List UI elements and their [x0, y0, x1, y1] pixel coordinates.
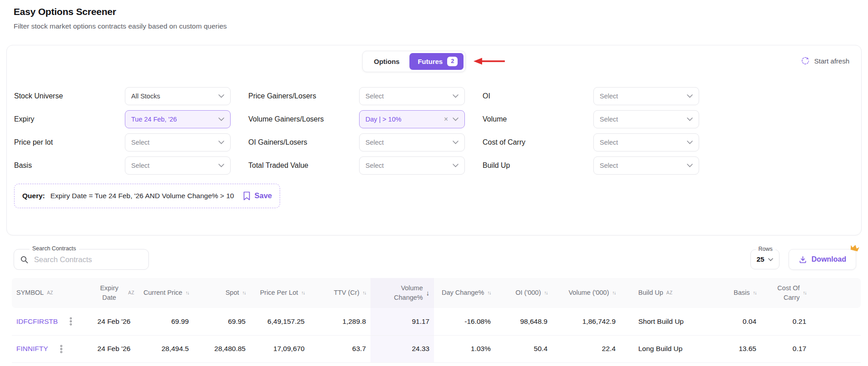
table-row: FINNIFTY 24 Feb '26 28,494.5 28,480.85 1…: [12, 335, 861, 362]
filter-volume: Volume Select: [483, 110, 699, 128]
oi-cell: 50.4: [495, 335, 552, 362]
bookmark-icon: [243, 191, 251, 200]
col-build-up: Build UpAZ: [620, 278, 693, 308]
chevron-down-icon: [453, 117, 459, 121]
sort-icon[interactable]: ↑↓: [363, 289, 366, 296]
col-price-per-lot: Price Per Lot↑↓: [250, 278, 309, 308]
sort-icon[interactable]: ↑↓: [803, 289, 807, 296]
save-label: Save: [254, 191, 272, 200]
sort-icon[interactable]: ↑↓: [544, 289, 548, 296]
chevron-down-icon: [453, 164, 459, 167]
sort-icon[interactable]: ↑↓: [242, 289, 246, 296]
cost-of-carry-select[interactable]: Select: [593, 133, 699, 151]
basis-select[interactable]: Select: [125, 156, 231, 175]
chevron-down-icon: [687, 164, 693, 167]
download-button[interactable]: Download: [789, 249, 856, 270]
col-spot: Spot↑↓: [193, 278, 250, 308]
filter-label: Build Up: [483, 161, 510, 170]
filter-basis: Basis Select: [14, 156, 231, 175]
filter-label: Price per lot: [14, 138, 53, 146]
chevron-down-icon: [687, 141, 693, 144]
chevron-down-icon: [687, 94, 693, 98]
price-per-lot-select[interactable]: Select: [125, 133, 231, 151]
sort-icon[interactable]: ↑↓: [301, 289, 305, 296]
symbol-cell: IDFCFIRSTB: [12, 308, 89, 335]
clear-filter-icon[interactable]: ×: [444, 116, 448, 123]
query-summary: Query: Expiry Date = Tue 24 Feb, '26 AND…: [14, 184, 280, 208]
save-query-button[interactable]: Save: [243, 191, 272, 200]
contracts-table: SYMBOLAZ Expiry DateAZ Current Price↑↓ S…: [12, 278, 861, 363]
col-expiry-date: Expiry DateAZ: [89, 278, 139, 308]
filter-label: Price Gainers/Losers: [248, 92, 316, 100]
filter-price-gainers-losers: Price Gainers/Losers Select: [248, 87, 465, 105]
rows-per-page-select[interactable]: Rows 25: [750, 249, 779, 269]
volume-gainers-losers-select[interactable]: Day | > 10% ×: [359, 110, 465, 128]
tabs-row: Options Futures 2 Start afresh: [7, 45, 861, 72]
volume-cell: 22.4: [552, 335, 620, 362]
start-afresh-button[interactable]: Start afresh: [801, 56, 849, 65]
query-text: Expiry Date = Tue 24 Feb, '26 AND Volume…: [50, 192, 234, 200]
chevron-down-icon: [768, 258, 773, 261]
rows-label: Rows: [756, 246, 775, 252]
sort-alpha-icon[interactable]: AZ: [128, 290, 134, 297]
filter-label: Expiry: [14, 115, 34, 123]
sort-icon[interactable]: ↑↓: [488, 289, 491, 296]
filter-stock-universe: Stock Universe All Stocks: [14, 87, 231, 105]
build-up-select[interactable]: Select: [593, 156, 699, 175]
sort-alpha-icon[interactable]: AZ: [47, 290, 53, 297]
expiry-select[interactable]: Tue 24 Feb, '26: [125, 110, 231, 128]
volume-cell: 1,86,742.9: [552, 308, 620, 335]
filter-total-traded-value: Total Traded Value Select: [248, 156, 465, 175]
volume-select[interactable]: Select: [593, 110, 699, 128]
sort-alpha-icon[interactable]: AZ: [666, 290, 673, 297]
sort-icon[interactable]: ↑↓: [753, 289, 757, 296]
stock-universe-select[interactable]: All Stocks: [125, 87, 231, 105]
sort-icon[interactable]: ↑↓: [612, 289, 616, 296]
col-day-change: Day Change%↑↓: [434, 278, 495, 308]
row-menu-icon[interactable]: [60, 345, 63, 353]
filter-cost-of-carry: Cost of Carry Select: [483, 133, 699, 151]
tab-futures[interactable]: Futures 2: [409, 53, 464, 70]
expiry-cell: 24 Feb '26: [89, 308, 139, 335]
arrow-left-icon: [473, 57, 506, 65]
premium-crown-icon: [848, 242, 861, 255]
spot-cell: 69.95: [193, 308, 250, 335]
col-volume: Volume ('000)↑↓: [552, 278, 620, 308]
filter-label: Volume: [483, 115, 507, 123]
row-menu-icon[interactable]: [69, 317, 72, 326]
contract-type-tabs: Options Futures 2: [362, 51, 466, 72]
day-change-cell: -16.08%: [434, 308, 495, 335]
filter-panel: Options Futures 2 Start afresh Stock Uni…: [6, 45, 862, 235]
search-contracts-input[interactable]: [34, 255, 143, 264]
filter-label: Total Traded Value: [248, 161, 308, 170]
page-subtitle: Filter stock market options contracts ea…: [14, 22, 854, 30]
spot-cell: 28,480.85: [193, 335, 250, 362]
table-header-row: SYMBOLAZ Expiry DateAZ Current Price↑↓ S…: [12, 278, 861, 308]
total-traded-value-select[interactable]: Select: [359, 156, 465, 175]
volume-change-cell: 24.33: [370, 335, 434, 362]
col-oi: OI ('000)↑↓: [495, 278, 552, 308]
day-change-cell: 1.03%: [434, 335, 495, 362]
search-box-label: Search Contracts: [30, 245, 79, 252]
col-cost-of-carry: Cost Of Carry↑↓: [761, 278, 811, 308]
oi-gainers-losers-select[interactable]: Select: [359, 133, 465, 151]
sort-icon[interactable]: ↑↓: [186, 289, 189, 296]
spacer-cell: [811, 335, 861, 362]
price-gainers-losers-select[interactable]: Select: [359, 87, 465, 105]
page-header: Easy Options Screener Filter stock marke…: [0, 0, 868, 30]
chevron-down-icon: [687, 117, 693, 121]
oi-cell: 98,648.9: [495, 308, 552, 335]
toolbar-right: Rows 25 Download: [750, 249, 856, 270]
build-up-cell: Short Build Up: [620, 308, 693, 335]
build-up-cell: Long Build Up: [620, 335, 693, 362]
col-ttv: TTV (Cr)↑↓: [309, 278, 370, 308]
filter-label: OI Gainers/Losers: [248, 138, 307, 146]
basis-cell: 13.65: [693, 335, 761, 362]
sort-desc-icon[interactable]: ↓: [426, 288, 430, 298]
download-label: Download: [812, 255, 846, 264]
oi-select[interactable]: Select: [593, 87, 699, 105]
symbol-link[interactable]: FINNIFTY: [16, 345, 48, 353]
filter-build-up: Build Up Select: [483, 156, 699, 175]
tab-options[interactable]: Options: [365, 54, 409, 69]
symbol-link[interactable]: IDFCFIRSTB: [16, 317, 58, 326]
